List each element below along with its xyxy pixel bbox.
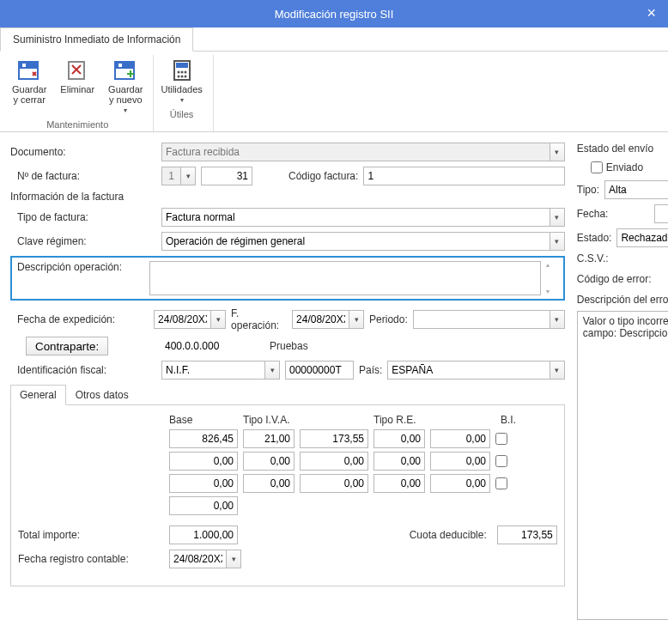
civa-2[interactable] (300, 474, 368, 493)
ribbon-group-title-util: Útiles (157, 109, 205, 119)
freg-field[interactable] (169, 550, 226, 568)
enviado-label: Enviado (606, 161, 643, 173)
form-panel: Documento: ▾ Nº de factura: ▾ Código fac… (10, 143, 565, 620)
chevron-down-icon: ▾ (124, 106, 127, 114)
cre-0[interactable] (430, 429, 490, 448)
bi-0[interactable] (495, 433, 507, 445)
civa-0[interactable] (300, 429, 368, 448)
contraparte-button[interactable]: Contraparte: (26, 337, 108, 355)
tiva-1[interactable] (243, 452, 295, 471)
chevron-down-icon: ▾ (180, 96, 184, 104)
total-importe-field[interactable] (169, 526, 238, 544)
svg-rect-2 (22, 64, 26, 67)
tiva-0[interactable] (243, 429, 295, 448)
codfact-label: Código factura: (288, 170, 358, 182)
col-bi: B.I. (495, 414, 516, 426)
foper-dropdown-icon[interactable]: ▾ (349, 310, 364, 329)
status-tipo-field[interactable] (604, 180, 668, 199)
clave-regimen-field[interactable] (161, 232, 550, 251)
documento-field[interactable] (161, 143, 550, 161)
status-fecha-label: Fecha: (577, 208, 620, 220)
foper-label: F. operación: (231, 307, 287, 331)
freg-dropdown-icon[interactable]: ▾ (226, 550, 241, 568)
periodo-field[interactable] (413, 310, 550, 329)
enviado-checkbox[interactable] (591, 161, 603, 173)
svg-point-11 (184, 71, 186, 74)
window-title: Modificación registro SII (275, 8, 394, 21)
nfact-series[interactable] (161, 167, 180, 185)
save-new-icon (113, 58, 137, 82)
base-0[interactable] (169, 429, 238, 448)
base-2[interactable] (169, 474, 238, 493)
base-1[interactable] (169, 452, 238, 471)
idfiscal-type-dropdown-icon[interactable]: ▾ (264, 361, 280, 380)
calculator-icon (170, 58, 194, 82)
fexp-dropdown-icon[interactable]: ▾ (210, 310, 226, 329)
civa-1[interactable] (300, 452, 368, 471)
col-tipoiva: Tipo I.V.A. (243, 414, 368, 426)
tab-general[interactable]: General (10, 385, 66, 405)
fexp-label: Fecha de expedición: (10, 313, 149, 325)
periodo-dropdown-icon[interactable]: ▾ (550, 310, 565, 329)
save-close-button[interactable]: Guardary cerrar (9, 57, 50, 116)
save-close-icon (17, 58, 41, 82)
bi-1[interactable] (495, 455, 507, 467)
svg-point-9 (177, 71, 179, 74)
descripcion-operacion-box: Descripción operación: ▴▾ (10, 256, 565, 301)
delete-label: Eliminar (60, 84, 94, 94)
ribbon: Guardary cerrar Eliminar Guardary nuevo … (0, 52, 668, 132)
tre-2[interactable] (373, 474, 425, 493)
tiva-2[interactable] (243, 474, 295, 493)
col-base: Base (169, 414, 238, 426)
cre-2[interactable] (430, 474, 490, 493)
save-new-button[interactable]: Guardary nuevo ▾ (105, 57, 146, 116)
idfiscal-type[interactable] (161, 361, 264, 380)
close-icon[interactable]: × (647, 4, 656, 22)
coderr-label: Código de error: (577, 273, 652, 285)
svg-point-10 (180, 71, 183, 74)
tipo-factura-dropdown-icon[interactable]: ▾ (550, 208, 565, 227)
cuota-deducible-label: Cuota deducible: (243, 529, 492, 541)
total-importe-label: Total importe: (18, 529, 164, 541)
foper-field[interactable] (292, 310, 349, 329)
tab-general-content: Base Tipo I.V.A. Tipo R.E. B.I. (10, 405, 565, 586)
descerr-text[interactable]: Valor o tipo incorrecto del campo: Descr… (577, 311, 668, 620)
ribbon-group-utiles: Utilidades ▾ Útiles (154, 55, 213, 131)
status-estado-field[interactable] (616, 228, 668, 247)
fexp-field[interactable] (154, 310, 210, 329)
status-fecha-field[interactable] (654, 204, 668, 223)
status-panel: Estado del envío Enviado Tipo: ▾ Fecha: … (577, 143, 668, 620)
nfact-series-dropdown-icon[interactable]: ▾ (180, 167, 196, 185)
status-estado-label: Estado: (577, 232, 612, 244)
svg-rect-5 (115, 62, 134, 69)
bi-2[interactable] (495, 477, 507, 489)
titlebar: Modificación registro SII × (0, 0, 668, 27)
codfact-field[interactable] (363, 167, 564, 185)
delete-button[interactable]: Eliminar (57, 57, 98, 116)
svg-rect-1 (19, 62, 38, 69)
idfiscal-label: Identificación fiscal: (10, 364, 156, 376)
save-close-label: Guardary cerrar (12, 84, 46, 105)
tre-1[interactable] (373, 452, 425, 471)
cuota-deducible-field[interactable] (497, 526, 557, 544)
utilities-button[interactable]: Utilidades ▾ (157, 57, 205, 106)
idfiscal-num[interactable] (285, 361, 354, 380)
descripcion-operacion-field[interactable] (149, 261, 541, 295)
clave-regimen-dropdown-icon[interactable]: ▾ (550, 232, 565, 251)
documento-dropdown-icon[interactable]: ▾ (550, 143, 565, 161)
cre-1[interactable] (430, 452, 490, 471)
pais-dropdown-icon[interactable]: ▾ (550, 361, 565, 380)
freg-label: Fecha registro contable: (18, 553, 164, 565)
tre-0[interactable] (373, 429, 425, 448)
base-extra[interactable] (169, 496, 238, 515)
pais-field[interactable] (387, 361, 549, 380)
tab-otros-datos[interactable]: Otros datos (66, 385, 138, 405)
textarea-scroll-icons: ▴▾ (546, 261, 558, 295)
detail-tabs: General Otros datos (10, 385, 565, 405)
contraparte-code (161, 337, 264, 355)
periodo-label: Periodo: (369, 313, 408, 325)
nfact-num[interactable] (201, 167, 252, 185)
tab-sii[interactable]: Suministro Inmediato de Información (0, 27, 193, 52)
tipo-factura-field[interactable] (161, 208, 550, 227)
svg-point-13 (180, 76, 183, 78)
